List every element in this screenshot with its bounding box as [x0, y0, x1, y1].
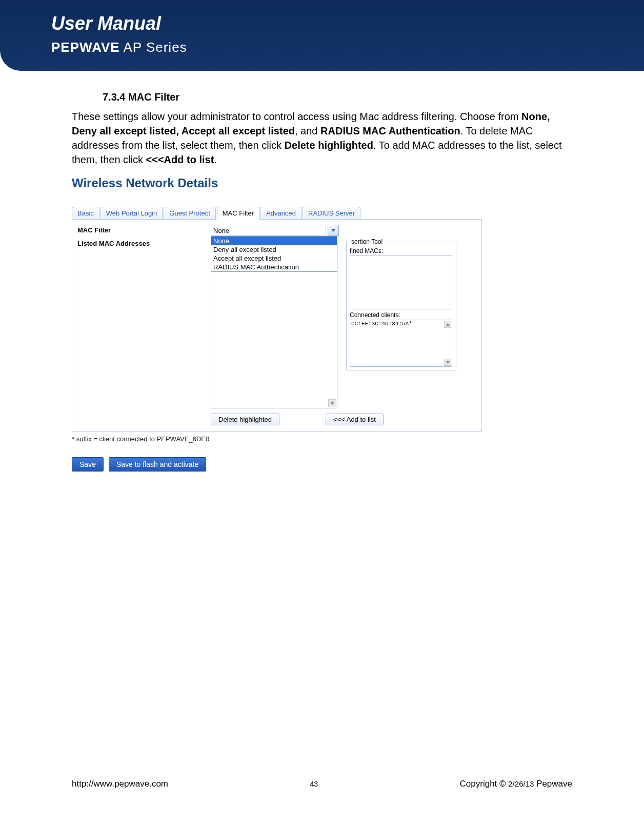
mac-filter-input[interactable]: [211, 225, 326, 236]
footer-url: http://www.pepwave.com: [72, 779, 168, 789]
text-run: .: [214, 154, 217, 165]
save-flash-activate-button[interactable]: Save to flash and activate: [109, 457, 206, 472]
mac-filter-row: MAC Filter None Deny all except listed A…: [77, 225, 476, 236]
dropdown-option-radius[interactable]: RADIUS MAC Authentication: [211, 263, 337, 271]
mac-filter-dropdown-list[interactable]: None Deny all except listed Accept all e…: [211, 236, 337, 272]
header-banner: User Manual PEPWAVE AP Series: [0, 0, 644, 71]
dropdown-option-none[interactable]: None: [211, 237, 337, 245]
text-run: These settings allow your administrator …: [72, 111, 521, 122]
section-heading: 7.3.4 MAC Filter: [103, 91, 572, 103]
suffix-note: * suffix = client connected to PEPWAVE_6…: [72, 435, 482, 443]
dropdown-toggle-button[interactable]: [328, 225, 339, 236]
dropdown-option-deny[interactable]: Deny all except listed: [211, 245, 337, 254]
connected-client-item[interactable]: CC:FE:3C:46:34:5A*: [351, 321, 412, 327]
tab-guest-protect[interactable]: Guest Protect: [164, 207, 215, 219]
tabs-row: Basic Web Portal Login Guest Protect MAC…: [72, 206, 482, 220]
copyright-company: Pepwave: [534, 779, 572, 789]
brand-series: AP Series: [120, 40, 187, 55]
listed-mac-label: Listed MAC Addresses: [77, 238, 211, 247]
text-bold: RADIUS MAC Authentication: [320, 125, 460, 136]
tab-mac-filter[interactable]: MAC Filter: [217, 207, 259, 220]
text-bold: <<<Add to list: [146, 154, 214, 165]
delete-highlighted-button[interactable]: Delete highlighted: [211, 414, 279, 425]
listed-mac-listbox[interactable]: [211, 270, 337, 408]
copyright-prefix: Copyright ©: [460, 779, 509, 789]
scroll-down-icon[interactable]: [444, 359, 451, 366]
config-panel: Basic Web Portal Login Guest Protect MAC…: [72, 206, 482, 472]
predefined-macs-listbox[interactable]: [350, 256, 452, 309]
mac-filter-label: MAC Filter: [77, 225, 211, 234]
brand-bold: PEPWAVE: [51, 40, 120, 55]
section-paragraph: These settings allow your administrator …: [72, 109, 572, 167]
connected-clients-listbox[interactable]: CC:FE:3C:46:34:5A*: [350, 320, 452, 367]
scroll-up-icon[interactable]: [444, 321, 451, 328]
action-button-row: Delete highlighted <<< Add to list: [211, 414, 476, 425]
dropdown-option-accept[interactable]: Accept all except listed: [211, 254, 337, 263]
add-to-list-button[interactable]: <<< Add to list: [326, 414, 384, 425]
tab-basic[interactable]: Basic: [72, 207, 99, 219]
tab-radius-server[interactable]: RADIUS Server: [303, 207, 360, 219]
tab-web-portal-login[interactable]: Web Portal Login: [100, 207, 163, 219]
mac-filter-select[interactable]: None Deny all except listed Accept all e…: [211, 225, 339, 236]
copyright-date: 2/26/13: [508, 779, 534, 788]
scroll-down-icon[interactable]: [328, 399, 336, 407]
manual-title: User Manual: [51, 13, 644, 34]
predefined-macs-label: fined MACs:: [350, 247, 453, 254]
insertion-tool-fieldset: sertion Tool fined MACs: Connected clien…: [346, 238, 456, 370]
chevron-down-icon: [331, 229, 335, 232]
page-number: 43: [310, 780, 318, 790]
brand-line: PEPWAVE AP Series: [51, 40, 644, 55]
panel-title: Wireless Network Details: [72, 176, 572, 190]
text-bold: Delete highlighted: [285, 140, 373, 151]
insertion-legend: sertion Tool: [350, 238, 384, 245]
text-run: , and: [295, 125, 320, 136]
footer-copyright: Copyright © 2/26/13 Pepwave: [460, 779, 572, 789]
save-button-row: Save Save to flash and activate: [72, 457, 482, 472]
page-content: 7.3.4 MAC Filter These settings allow yo…: [0, 91, 644, 799]
connected-clients-label: Connected clients:: [350, 311, 453, 319]
panel-body: MAC Filter None Deny all except listed A…: [72, 220, 482, 432]
page-footer: http://www.pepwave.com 43 Copyright © 2/…: [72, 779, 572, 789]
tab-advanced[interactable]: Advanced: [260, 207, 301, 219]
save-button[interactable]: Save: [72, 457, 104, 472]
